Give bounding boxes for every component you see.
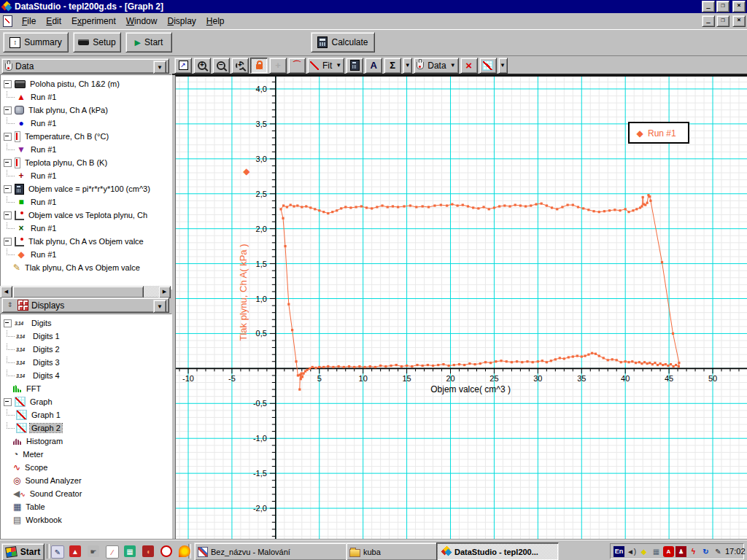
expander-icon[interactable]: [4, 238, 12, 246]
data-menu-button[interactable]: Data▼: [414, 58, 458, 74]
display-item-graph-2[interactable]: Graph 2: [1, 421, 171, 435]
mdi-minimize-button[interactable]: _: [702, 15, 715, 27]
expander-icon[interactable]: [4, 319, 12, 327]
display-item-digits-3[interactable]: 3.14Digits 3: [1, 356, 171, 369]
display-item-digits-1[interactable]: 3.14Digits 1: [1, 330, 171, 343]
displays-panel-header[interactable]: ⇕ Displays ▼: [1, 298, 169, 313]
start-button[interactable]: ▶ Start: [125, 32, 172, 52]
expander-icon[interactable]: [4, 211, 12, 219]
task-button-paint[interactable]: Bez_názvu - Malování: [194, 542, 347, 560]
statistics-dropdown-button[interactable]: ▼: [403, 58, 412, 74]
display-item-fft[interactable]: FFT: [1, 382, 171, 395]
data-panel-header[interactable]: Data ▼: [1, 58, 169, 74]
display-item-digits[interactable]: 3.14Digits: [1, 316, 171, 330]
quicklaunch-dragon-icon[interactable]: ◖: [142, 545, 154, 557]
summary-button[interactable]: ↕ Summary: [3, 32, 69, 52]
graph-plot-area[interactable]: -10-551015202530354045504,03,53,02,52,01…: [175, 75, 747, 540]
quicklaunch-mail-pencil-icon[interactable]: ✎: [51, 545, 64, 559]
quicklaunch-handheld-calc-icon[interactable]: ▦: [124, 545, 136, 557]
display-item-table[interactable]: ▦Table: [1, 500, 171, 513]
data-item-4[interactable]: Objem valce = pi*r*r*y*100 (cm^3): [1, 182, 171, 195]
tray-pen-icon[interactable]: ✎: [713, 546, 724, 557]
menu-edit[interactable]: Edit: [41, 14, 66, 28]
data-tree-hscrollbar[interactable]: ◀ ▶: [0, 286, 171, 297]
expander-icon[interactable]: [4, 185, 12, 193]
graph-settings-button[interactable]: [479, 58, 497, 74]
tray-red-app-icon[interactable]: ♟: [676, 546, 686, 557]
close-button[interactable]: ×: [732, 1, 746, 12]
menu-experiment[interactable]: Experiment: [66, 14, 121, 28]
tray-yellow-tool-icon[interactable]: ◆: [638, 546, 649, 557]
expander-icon[interactable]: [4, 133, 12, 141]
data-item-7[interactable]: ✎Tlak plynu, Ch A vs Objem valce: [1, 261, 171, 274]
text-tool-button[interactable]: A: [365, 58, 382, 74]
display-item-digits-4[interactable]: 3.14Digits 4: [1, 369, 171, 382]
scale-to-fit-button[interactable]: ↗: [174, 58, 192, 74]
data-item-6[interactable]: Tlak plynu, Ch A vs Objem valce: [1, 235, 171, 248]
tray-ati-icon[interactable]: A: [663, 546, 674, 557]
display-item-sound-analyzer[interactable]: ◎Sound Analyzer: [1, 474, 171, 487]
menu-file[interactable]: File: [17, 14, 41, 28]
keyboard-layout-indicator[interactable]: En: [614, 546, 624, 557]
quicklaunch-opera-icon[interactable]: [160, 545, 172, 557]
sort-updown-icon[interactable]: ⇕: [5, 300, 15, 311]
data-run-6[interactable]: ◆Run #1: [1, 248, 171, 261]
tray-update-icon[interactable]: ↻: [700, 546, 711, 557]
data-run-0[interactable]: ▲Run #1: [1, 90, 171, 104]
zoom-select-button[interactable]: +: [231, 58, 249, 74]
data-panel-dropdown[interactable]: ▼: [153, 61, 166, 74]
fit-menu-button[interactable]: Fit▼: [307, 58, 344, 74]
zoom-in-button[interactable]: +: [193, 58, 211, 74]
quicklaunch-paintbrush-page-icon[interactable]: ∕: [106, 545, 119, 559]
tray-power-icon[interactable]: ϟ: [688, 546, 699, 557]
display-item-digits-2[interactable]: 3.14Digits 2: [1, 343, 171, 356]
minimize-button[interactable]: _: [702, 1, 715, 12]
display-item-meter[interactable]: ◔Meter: [1, 448, 171, 461]
tray-scheduler-icon[interactable]: ▦: [651, 546, 662, 557]
display-item-graph-1[interactable]: Graph 1: [1, 408, 171, 421]
zoom-out-button[interactable]: −: [212, 58, 230, 74]
expander-icon[interactable]: [4, 80, 12, 88]
slope-tool-button[interactable]: ⌒: [288, 58, 306, 74]
delete-button[interactable]: ×: [460, 58, 478, 74]
data-item-1[interactable]: Tlak plynu, Ch A (kPa): [1, 104, 171, 117]
data-run-2[interactable]: ▼Run #1: [1, 143, 171, 156]
task-button-datastudio[interactable]: DataStudio - tepl200...: [436, 542, 559, 560]
menu-help[interactable]: Help: [201, 14, 230, 28]
scroll-thumb[interactable]: [12, 286, 144, 298]
xy-tool-button[interactable]: +: [269, 58, 287, 74]
display-item-scope[interactable]: ∿Scope: [1, 461, 171, 474]
smart-tool-button[interactable]: [250, 58, 268, 74]
data-item-0[interactable]: Poloha pistu, Ch 1&2 (m): [1, 77, 171, 90]
calculator-button[interactable]: [346, 58, 363, 74]
data-item-3[interactable]: Teplota plynu, Ch B (K): [1, 156, 171, 169]
mdi-close-button[interactable]: ×: [732, 15, 746, 27]
expander-icon[interactable]: [4, 398, 12, 406]
quicklaunch-acrobat-icon[interactable]: ▲: [69, 545, 81, 557]
menu-window[interactable]: Window: [121, 14, 163, 28]
expander-icon[interactable]: [4, 159, 12, 167]
task-button-folder[interactable]: kuba: [346, 542, 441, 560]
graph-settings-dropdown-button[interactable]: ▼: [498, 58, 508, 74]
calculate-button[interactable]: Calculate: [311, 32, 375, 52]
data-run-5[interactable]: ×Run #1: [1, 222, 171, 235]
restore-button[interactable]: ❐: [716, 1, 729, 12]
scroll-left-button[interactable]: ◀: [0, 286, 12, 298]
display-item-workbook[interactable]: ▤Workbook: [1, 513, 171, 526]
tray-volume-icon[interactable]: ◄): [626, 546, 637, 557]
display-item-histogram[interactable]: Histogram: [1, 435, 171, 448]
graph-document-icon[interactable]: [3, 15, 12, 27]
setup-button[interactable]: Setup: [73, 32, 121, 52]
data-item-5[interactable]: Objem valce vs Teplota plynu, Ch: [1, 209, 171, 222]
menu-display[interactable]: Display: [162, 14, 201, 28]
mdi-restore-button[interactable]: ❐: [716, 15, 729, 27]
display-item-graph[interactable]: Graph: [1, 395, 171, 408]
scroll-right-button[interactable]: ▶: [158, 286, 171, 298]
taskbar-start-button[interactable]: Start: [1, 543, 44, 560]
quicklaunch-hand-tool-icon[interactable]: ☛: [88, 545, 99, 557]
data-run-3[interactable]: +Run #1: [1, 169, 171, 182]
quicklaunch-flame-icon[interactable]: [179, 545, 190, 557]
display-item-sound-creator[interactable]: ◀∿Sound Creator: [1, 487, 171, 500]
statistics-button[interactable]: Σ: [384, 58, 401, 74]
data-run-4[interactable]: ■Run #1: [1, 195, 171, 209]
